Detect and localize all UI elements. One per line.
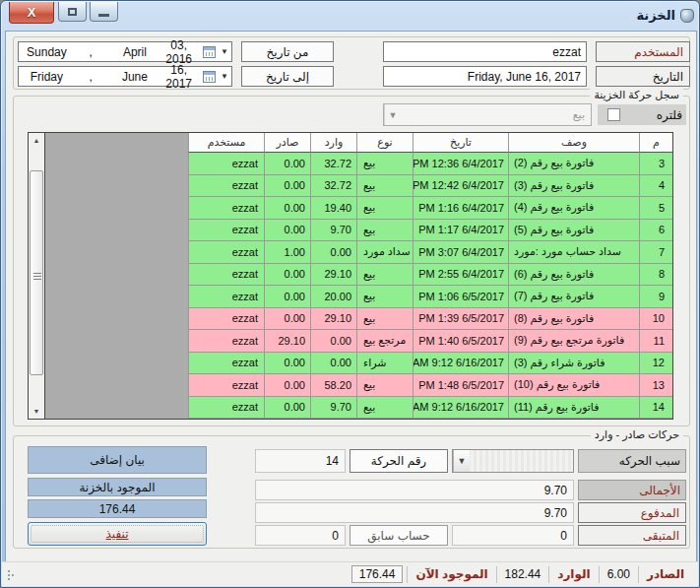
date-label: التاريخ	[596, 66, 690, 87]
reason-label: سبب الحركه	[578, 449, 686, 473]
cell-out: 0.00	[264, 308, 310, 331]
cell-no: 14	[639, 397, 672, 420]
cell-date: AM 9:12 6/16/2017	[413, 397, 508, 420]
cell-date: PM 2:55 6/4/2017	[413, 264, 508, 287]
filter-combobox[interactable]: بيع ▼	[383, 103, 592, 126]
table-row[interactable]: 9فاتورة بيع رقم (7)PM 1:06 6/5/2017بيع20…	[45, 286, 672, 308]
cell-date: PM 1:48 6/5/2017	[413, 374, 508, 397]
cell-no: 8	[639, 264, 672, 287]
table-vertical-scrollbar[interactable]: ▲ ▼	[29, 133, 45, 419]
cell-out: 0.00	[264, 220, 310, 242]
table-empty-area	[45, 374, 188, 397]
minimize-icon	[98, 14, 109, 17]
table-row[interactable]: 10فاتورة بيع رقم (8)PM 1:39 6/5/2017بيع2…	[45, 308, 672, 331]
column-header-type[interactable]: نوع	[356, 133, 413, 153]
cell-desc: فاتورة بيع رقم (11)	[508, 397, 639, 420]
column-header-desc[interactable]: وصف	[508, 133, 639, 153]
extra-statement-button[interactable]: بيان إضافى	[28, 446, 207, 474]
column-header-date[interactable]: تاريخ	[413, 133, 508, 153]
table-empty-area	[45, 353, 188, 375]
execute-button-label: تنفيذ	[106, 527, 129, 541]
chevron-down-icon: ▼	[453, 450, 470, 472]
thumb-grip-icon	[33, 273, 41, 280]
paid-label: المدفوع	[578, 502, 686, 523]
cell-in: 29.10	[310, 308, 356, 331]
cell-in: 0.00	[310, 241, 356, 264]
cell-user: ezzat	[188, 397, 264, 420]
table-row[interactable]: 6فاتورة بيع رقم (5)PM 1:17 6/4/2017بيع9.…	[45, 220, 672, 242]
column-header-out[interactable]: صادر	[264, 133, 310, 153]
table-row[interactable]: 11فاتورة مرتجع بيع رقم (9)PM 1:40 6/5/20…	[45, 330, 672, 353]
user-input[interactable]: ezzat	[383, 41, 587, 62]
cell-in: 29.10	[310, 264, 356, 287]
cell-user: ezzat	[188, 353, 264, 375]
chevron-down-icon[interactable]: ▼	[221, 47, 228, 56]
table-row[interactable]: 8فاتورة بيع رقم (6)PM 2:55 6/4/2017بيع29…	[45, 264, 672, 287]
table-row[interactable]: 14فاتورة بيع رقم (11)AM 9:12 6/16/2017بي…	[45, 397, 672, 420]
maximize-button[interactable]	[58, 2, 87, 22]
cell-in: 58.20	[310, 374, 356, 397]
app-icon	[680, 9, 694, 23]
cell-in: 9.70	[310, 220, 356, 242]
minimize-button[interactable]	[90, 2, 118, 22]
cell-user: ezzat	[188, 374, 264, 397]
cell-out: 1.00	[264, 241, 310, 264]
remaining-label: المتبقى	[578, 525, 686, 546]
filter-combobox-value: بيع	[401, 108, 591, 121]
cell-date: PM 12:36 6/4/2017	[413, 153, 508, 175]
title-bar: الخزنة X	[1, 1, 700, 31]
cell-date: PM 1:40 6/5/2017	[413, 330, 508, 353]
scrollbar-thumb[interactable]	[30, 170, 43, 375]
table-body: 3فاتورة بيع رقم (2)PM 12:36 6/4/2017بيع3…	[45, 153, 672, 419]
user-label: المستخدم	[596, 41, 690, 62]
close-button[interactable]: X	[9, 2, 54, 24]
cell-no: 11	[639, 330, 672, 353]
column-header-no[interactable]: م	[639, 133, 672, 153]
to-date-button[interactable]: إلى تاريخ	[241, 66, 334, 87]
table-row[interactable]: 5فاتورة بيع رقم (4)PM 1:16 6/4/2017بيع19…	[45, 197, 672, 220]
table-row[interactable]: 12فاتورة شراء رقم (3)AM 9:12 6/16/2017شر…	[45, 353, 672, 375]
column-header-in[interactable]: وارد	[310, 133, 356, 153]
cell-desc: فاتورة شراء رقم (3)	[508, 353, 639, 375]
table-row[interactable]: 3فاتورة بيع رقم (2)PM 12:36 6/4/2017بيع3…	[45, 153, 672, 175]
table-empty-area	[45, 175, 188, 198]
to-md-year: 16, 2017	[157, 63, 201, 91]
table-row[interactable]: 4فاتورة بيع رقم (3)PM 12:42 6/4/2017بيع3…	[45, 175, 672, 198]
statusbar-now-value: 176.44	[351, 565, 404, 583]
chevron-down-icon[interactable]: ▼	[221, 72, 228, 81]
cell-out: 29.10	[264, 330, 310, 353]
cell-type: بيع	[356, 175, 413, 198]
filter-label: فلتره	[620, 108, 682, 122]
resize-grip[interactable]	[7, 569, 19, 581]
from-date-picker[interactable]: Sunday , April 03, 2016 ▼	[18, 41, 232, 62]
statusbar-in-value: 182.44	[496, 566, 549, 583]
cell-date: PM 12:42 6/4/2017	[413, 175, 508, 198]
window-title: الخزنة	[636, 8, 675, 23]
cell-in: 32.72	[310, 175, 356, 198]
cell-date: PM 1:39 6/5/2017	[413, 308, 508, 331]
calendar-icon	[203, 46, 216, 58]
cell-in: 20.00	[310, 286, 356, 308]
from-date-button[interactable]: من تاريخ	[241, 41, 334, 62]
from-comma: ,	[69, 45, 113, 59]
cell-no: 13	[639, 374, 672, 397]
cell-no: 7	[639, 241, 672, 264]
cell-out: 0.00	[264, 264, 310, 287]
scroll-up-icon[interactable]: ▲	[29, 133, 44, 148]
cell-user: ezzat	[188, 308, 264, 331]
execute-button[interactable]: تنفيذ	[28, 522, 207, 546]
table-empty-area	[45, 397, 188, 420]
treasury-value: 176.44	[28, 499, 207, 518]
reason-combobox[interactable]: ▼	[452, 449, 574, 473]
filter-checkbox[interactable]	[607, 108, 620, 121]
table-empty-area	[45, 241, 188, 264]
table-row[interactable]: 13فاتورة بيع رقم (10)PM 1:48 6/5/2017بيع…	[45, 374, 672, 397]
to-date-picker[interactable]: Friday , June 16, 2017 ▼	[18, 66, 232, 87]
column-header-user[interactable]: مستخدم	[188, 133, 264, 153]
calendar-icon	[203, 71, 216, 83]
cell-desc: فاتورة بيع رقم (7)	[508, 286, 639, 308]
cell-desc: فاتورة بيع رقم (6)	[508, 264, 639, 287]
date-field[interactable]: Friday, June 16, 2017	[383, 66, 587, 87]
scroll-down-icon[interactable]: ▼	[29, 404, 44, 419]
table-row[interactable]: 7سداد حساب مورد :موردPM 3:07 6/4/2017سدا…	[45, 241, 672, 264]
